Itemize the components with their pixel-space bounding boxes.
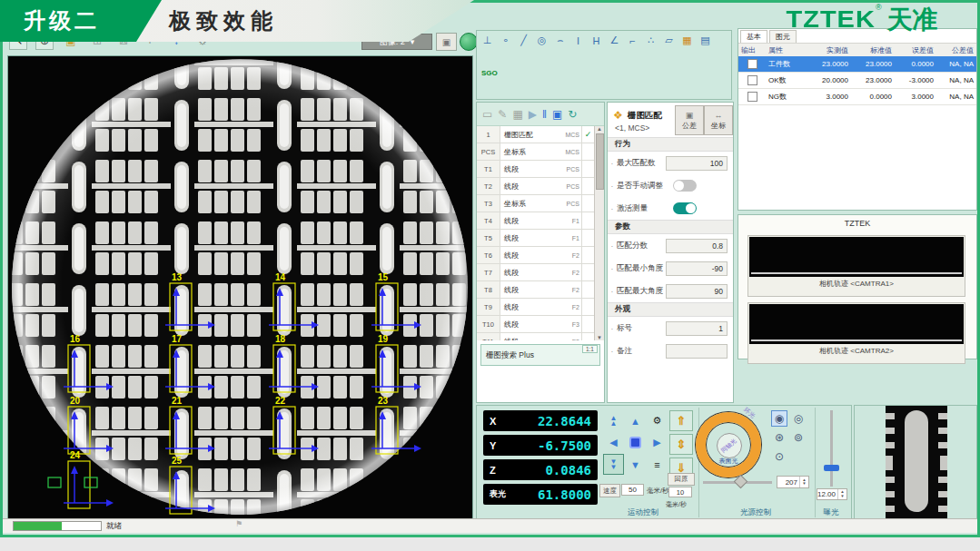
- step-check[interactable]: [581, 299, 594, 315]
- step-check[interactable]: [581, 281, 594, 298]
- scrollbar-thumb[interactable]: [596, 133, 604, 190]
- field-input[interactable]: 100: [666, 156, 728, 171]
- jog-down-fast-button[interactable]: ▼▼: [603, 454, 624, 475]
- width-icon[interactable]: H: [589, 34, 603, 47]
- step-check[interactable]: [581, 212, 594, 229]
- home-button[interactable]: 回原: [668, 473, 695, 486]
- angle-icon[interactable]: ∠: [608, 34, 621, 47]
- aux-raise-icon[interactable]: ⇑: [669, 410, 693, 431]
- jog-settings-button[interactable]: ⚙: [647, 410, 668, 431]
- sequence-scrollbar[interactable]: ▲ ▼: [594, 126, 604, 340]
- scroll-up-icon[interactable]: ▲: [597, 126, 602, 132]
- sequence-row[interactable]: T4线段F1: [477, 212, 594, 230]
- step-check[interactable]: [581, 195, 594, 212]
- step-check[interactable]: [581, 230, 594, 246]
- field-toggle[interactable]: [673, 202, 697, 214]
- exposure-slider-handle[interactable]: [824, 465, 839, 471]
- circle-icon[interactable]: ◎: [535, 34, 549, 47]
- aux-step-icon[interactable]: ⇕: [669, 434, 693, 455]
- table-row[interactable]: OK数20.000023.0000-3.0000NA, NA: [738, 73, 976, 89]
- step-check[interactable]: [581, 264, 594, 280]
- pattern-icon[interactable]: ▦: [680, 34, 694, 47]
- sequence-row[interactable]: T8线段F2: [477, 281, 594, 299]
- point-icon[interactable]: ∘: [499, 34, 512, 47]
- jog-right-button[interactable]: ▶: [647, 432, 668, 453]
- spinner-arrows-icon[interactable]: ▲▼: [799, 477, 808, 487]
- step-check[interactable]: [581, 178, 594, 194]
- sequence-row[interactable]: T3坐标系PCS: [477, 195, 594, 212]
- sequence-row[interactable]: T5线段F1: [477, 230, 594, 247]
- field-input[interactable]: 1: [666, 321, 728, 336]
- field-toggle[interactable]: [673, 180, 697, 192]
- ring-light-mode[interactable]: ◉: [771, 410, 787, 427]
- exposure-spinner[interactable]: 12.00 ▲▼: [817, 488, 847, 500]
- step-check[interactable]: [581, 247, 594, 263]
- step-check[interactable]: [581, 161, 594, 177]
- combined-light-mode[interactable]: ⊚: [790, 429, 807, 446]
- sequence-row[interactable]: T7线段F2: [477, 264, 594, 281]
- sequence-footer[interactable]: 栅图搜索 Plus 1:1: [480, 344, 600, 366]
- refresh-icon[interactable]: ↻: [568, 108, 577, 121]
- save-icon[interactable]: ▦: [512, 108, 522, 121]
- coordinate-icon[interactable]: ⊥: [480, 34, 494, 47]
- sequence-row[interactable]: T11线段F3: [477, 333, 594, 340]
- line-icon[interactable]: ╱: [517, 34, 530, 47]
- plane-icon[interactable]: ▱: [662, 34, 676, 47]
- sequence-row[interactable]: T9线段F2: [477, 299, 594, 316]
- checkbox[interactable]: [747, 75, 757, 85]
- snapshot-button[interactable]: ▣: [436, 33, 457, 51]
- pause-icon[interactable]: ‖: [542, 108, 547, 121]
- result-icon[interactable]: ▣: [552, 108, 562, 121]
- sequence-row[interactable]: T2线段PCS: [477, 178, 594, 195]
- sequence-row[interactable]: PCS坐标系MCS: [477, 143, 594, 161]
- sequence-row[interactable]: T6线段F2: [477, 247, 594, 264]
- calculator-icon[interactable]: ▤: [698, 34, 712, 47]
- speed-input[interactable]: 50: [621, 484, 644, 496]
- field-input[interactable]: [666, 344, 728, 359]
- light-value-spinner[interactable]: 207 ▲▼: [777, 476, 809, 488]
- step-check[interactable]: [581, 316, 594, 332]
- table-row[interactable]: NG数3.00000.00003.0000NA, NA: [738, 89, 976, 105]
- output-checkbox[interactable]: [738, 56, 766, 72]
- output-checkbox[interactable]: [738, 89, 766, 104]
- sequence-row[interactable]: T1线段PCS: [477, 161, 594, 178]
- camera-image-view[interactable]: 13141516171819202122232425: [7, 55, 473, 519]
- jog-down-button[interactable]: ▼: [625, 454, 646, 475]
- coaxial-light-mode[interactable]: ◎: [790, 410, 807, 427]
- field-input[interactable]: 0.8: [666, 239, 728, 253]
- step-check[interactable]: [581, 143, 594, 160]
- field-bullet: ·: [608, 241, 617, 251]
- tolerance-button[interactable]: ▣ 公差: [675, 105, 704, 135]
- table-row[interactable]: 工件数23.000023.00000.0000NA, NA: [738, 56, 976, 73]
- coordinate-button[interactable]: ↔ 坐标: [704, 105, 733, 135]
- secondary-marker: [84, 477, 97, 487]
- spinner-arrows-icon[interactable]: ▲▼: [837, 489, 846, 499]
- jog-config-button[interactable]: ≡: [647, 454, 668, 475]
- surface-light-mode[interactable]: ⊛: [771, 429, 787, 446]
- copy-icon[interactable]: ▭: [482, 108, 492, 121]
- home-speed-input[interactable]: 10: [668, 487, 692, 497]
- globe-icon[interactable]: [460, 33, 478, 51]
- jog-left-button[interactable]: ◀: [603, 432, 624, 453]
- exposure-slider[interactable]: [830, 410, 833, 487]
- sequence-row[interactable]: T10线段F3: [477, 316, 594, 333]
- run-icon[interactable]: ▶: [529, 108, 537, 121]
- sequence-row[interactable]: 1栅图匹配MCS✓: [477, 126, 594, 143]
- fillet-icon[interactable]: ⌐: [626, 34, 639, 47]
- jog-stop-button[interactable]: [625, 432, 646, 453]
- checkbox[interactable]: [747, 59, 757, 69]
- distance-icon[interactable]: I: [571, 34, 585, 47]
- step-check[interactable]: [581, 333, 594, 340]
- arc-icon[interactable]: ⌢: [553, 34, 567, 47]
- step-check[interactable]: ✓: [581, 126, 594, 143]
- spot-light-mode[interactable]: ⊙: [771, 448, 787, 465]
- edit-icon[interactable]: ✎: [498, 108, 507, 121]
- checkbox[interactable]: [747, 92, 757, 102]
- field-input[interactable]: -90: [666, 261, 728, 276]
- scroll-down-icon[interactable]: ▼: [597, 335, 602, 340]
- output-checkbox[interactable]: [738, 73, 766, 88]
- jog-up-button[interactable]: ▲: [625, 410, 646, 431]
- jog-up-fast-button[interactable]: ▲▲: [603, 410, 624, 431]
- scatter-icon[interactable]: ∴: [644, 34, 658, 47]
- field-input[interactable]: 90: [666, 284, 728, 299]
